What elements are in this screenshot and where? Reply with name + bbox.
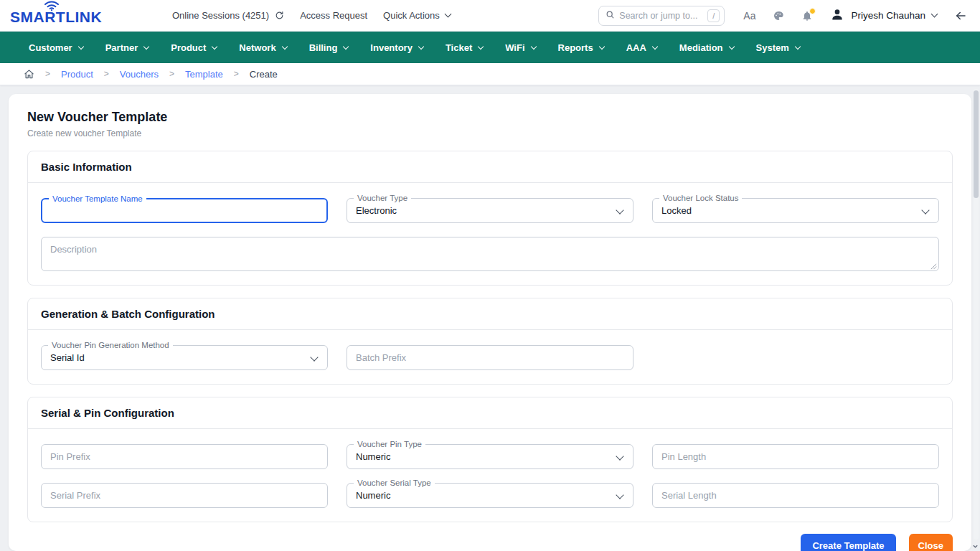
nav-item-network[interactable]: Network: [239, 42, 286, 53]
nav-item-label: Ticket: [446, 42, 472, 53]
pin-generation-method-select[interactable]: Voucher Pin Generation Method Serial Id: [41, 345, 328, 370]
text-size-toggle[interactable]: Aa: [743, 10, 755, 22]
access-request-link[interactable]: Access Request: [300, 10, 367, 21]
user-avatar-icon: [830, 7, 844, 24]
voucher-pin-type-select[interactable]: Voucher Pin Type Numeric: [347, 444, 633, 469]
pin-prefix-field[interactable]: [41, 444, 328, 469]
main-nav: Customer Partner Product Network Billing…: [0, 32, 980, 63]
section-generation-batch: Generation & Batch Configuration Voucher…: [27, 298, 953, 385]
nav-item-product[interactable]: Product: [171, 42, 217, 53]
breadcrumb-separator: >: [45, 69, 50, 79]
nav-item-customer[interactable]: Customer: [29, 42, 83, 53]
home-icon[interactable]: [24, 69, 34, 80]
quick-actions-menu[interactable]: Quick Actions: [383, 10, 451, 21]
breadcrumb-separator: >: [104, 69, 109, 79]
chevron-down-icon: [212, 43, 217, 49]
theme-palette-icon[interactable]: [773, 10, 784, 22]
nav-item-ticket[interactable]: Ticket: [446, 42, 483, 53]
access-request-label: Access Request: [300, 10, 367, 21]
nav-item-label: Partner: [105, 42, 138, 53]
close-button[interactable]: Close: [909, 534, 953, 551]
chevron-down-icon: [281, 43, 287, 49]
chevron-down-icon: [795, 43, 801, 49]
logo[interactable]: SMARTLINK: [10, 1, 133, 30]
scrollbar-track[interactable]: [974, 89, 979, 540]
chevron-down-icon: [418, 43, 424, 49]
nav-item-mediation[interactable]: Mediation: [679, 42, 734, 53]
serial-prefix-input[interactable]: [50, 490, 319, 501]
global-search[interactable]: /: [598, 6, 725, 26]
serial-length-field[interactable]: [652, 483, 939, 508]
voucher-serial-type-select[interactable]: Voucher Serial Type Numeric: [347, 483, 633, 508]
description-textarea[interactable]: [42, 237, 938, 270]
field-label: Voucher Template Name: [49, 194, 146, 204]
selected-value: Locked: [661, 205, 692, 216]
serial-length-input[interactable]: [661, 490, 930, 501]
chevron-down-icon: [444, 11, 451, 18]
chevron-down-icon: [77, 43, 83, 49]
refresh-icon[interactable]: [275, 11, 284, 20]
scrollbar-down-arrow-icon[interactable]: [972, 543, 979, 550]
pin-length-input[interactable]: [661, 451, 930, 462]
nav-item-label: Product: [171, 42, 206, 53]
serial-prefix-field[interactable]: [41, 483, 328, 508]
page-title: New Voucher Template: [27, 110, 953, 125]
breadcrumb-link-product[interactable]: Product: [61, 69, 93, 80]
chevron-down-icon: [931, 11, 938, 18]
selected-value: Numeric: [356, 451, 390, 462]
breadcrumb-separator: >: [234, 69, 239, 79]
voucher-lock-status-select[interactable]: Voucher Lock Status Locked: [652, 198, 939, 223]
batch-prefix-field[interactable]: [347, 345, 633, 370]
topbar: SMARTLINK Online Sessions (4251) Access …: [0, 0, 980, 32]
nav-item-label: System: [756, 42, 789, 53]
breadcrumb-link-template[interactable]: Template: [185, 69, 223, 80]
voucher-type-select[interactable]: Voucher Type Electronic: [347, 198, 633, 223]
section-title: Basic Information: [28, 151, 952, 183]
section-title: Generation & Batch Configuration: [28, 298, 952, 330]
voucher-template-name-input[interactable]: [51, 205, 318, 216]
breadcrumb: > Product > Vouchers > Template > Create: [0, 63, 980, 85]
chevron-down-icon: [530, 43, 536, 49]
nav-item-label: Network: [239, 42, 275, 53]
breadcrumb-link-vouchers[interactable]: Vouchers: [120, 69, 159, 80]
field-label: Voucher Type: [354, 193, 411, 203]
section-serial-pin: Serial & Pin Configuration Voucher Pin T…: [27, 397, 953, 522]
breadcrumb-current: Create: [250, 69, 278, 80]
nav-item-label: AAA: [626, 42, 646, 53]
chevron-down-icon: [652, 43, 658, 49]
create-template-button[interactable]: Create Template: [801, 534, 895, 551]
chevron-down-icon: [598, 43, 604, 49]
resize-handle-icon[interactable]: [930, 263, 937, 270]
section-title: Serial & Pin Configuration: [28, 397, 952, 429]
pin-prefix-input[interactable]: [50, 451, 319, 462]
notification-dot: [809, 8, 816, 14]
main-content: New Voucher Template Create new voucher …: [0, 85, 980, 551]
nav-item-label: Inventory: [370, 42, 413, 53]
nav-item-label: Reports: [558, 42, 593, 53]
field-label: Voucher Lock Status: [659, 193, 742, 203]
scrollbar-thumb[interactable]: [974, 90, 979, 198]
pin-length-field[interactable]: [652, 444, 939, 469]
nav-item-inventory[interactable]: Inventory: [370, 42, 423, 53]
online-sessions[interactable]: Online Sessions (4251): [172, 10, 284, 21]
nav-item-system[interactable]: System: [756, 42, 800, 53]
chevron-down-icon: [343, 43, 349, 49]
nav-item-partner[interactable]: Partner: [105, 42, 149, 53]
collapse-back-arrow-icon[interactable]: [954, 9, 967, 22]
nav-item-aaa[interactable]: AAA: [626, 42, 657, 53]
description-field[interactable]: [41, 237, 939, 271]
nav-item-reports[interactable]: Reports: [558, 42, 604, 53]
notifications-bell-icon[interactable]: [801, 10, 813, 22]
form-actions: Create Template Close: [27, 522, 953, 551]
nav-item-wifi[interactable]: WiFi: [505, 42, 535, 53]
batch-prefix-input[interactable]: [356, 352, 624, 363]
user-menu[interactable]: Priyesh Chauhan: [830, 7, 937, 24]
wifi-icon: [43, 0, 60, 14]
section-basic-information: Basic Information Voucher Template Name …: [27, 151, 953, 286]
search-input[interactable]: [619, 11, 703, 21]
nav-item-label: Billing: [309, 42, 338, 53]
nav-item-billing[interactable]: Billing: [309, 42, 349, 53]
voucher-template-form-card: New Voucher Template Create new voucher …: [9, 94, 971, 551]
chevron-down-icon: [616, 206, 623, 214]
voucher-template-name-field[interactable]: Voucher Template Name: [41, 198, 328, 223]
